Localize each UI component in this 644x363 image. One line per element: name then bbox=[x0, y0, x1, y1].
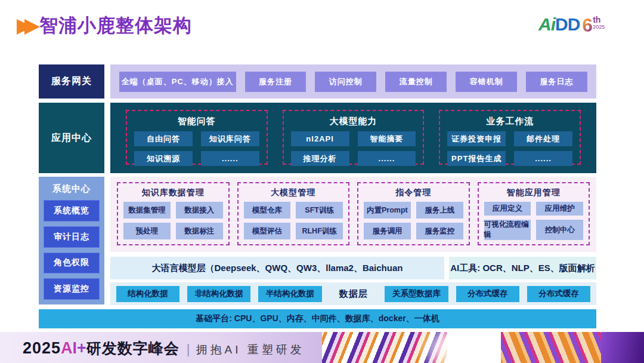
group-title: 业务工作流 bbox=[447, 116, 572, 127]
gateway-item-fault-tolerance: 容错机制 bbox=[456, 72, 517, 92]
footer-brand: AI+ bbox=[61, 339, 86, 358]
system-item: 控制中心 bbox=[536, 220, 583, 240]
base-platform-bar: 基础平台: CPU、GPU、内存、中间件、数据库、docker、一体机 bbox=[39, 309, 596, 328]
gateway-item-access-control: 访问控制 bbox=[315, 72, 376, 92]
group-title: 大模型管理 bbox=[244, 187, 343, 198]
system-item: 服务上线 bbox=[416, 202, 463, 219]
app-item: PPT报告生成 bbox=[447, 151, 506, 166]
data-item-structured: 结构化数据 bbox=[116, 286, 179, 302]
app-group-qa: 智能问答 自由问答 知识库问答 知识溯源 ...... bbox=[126, 110, 268, 165]
sidebar-item-system-overview: 系统概览 bbox=[44, 200, 100, 222]
system-center-title: 系统中心 bbox=[44, 182, 100, 195]
data-layer-row: 结构化数据 非结构化数据 半结构化数据 数据层 关系型数据库 分布式缓存 分布式… bbox=[110, 282, 596, 305]
gateway-item-flow-control: 流量控制 bbox=[385, 72, 447, 92]
system-item: RLHF训练 bbox=[296, 223, 343, 239]
app-item: 知识溯源 bbox=[134, 151, 193, 166]
system-item: 数据标注 bbox=[176, 223, 223, 239]
sidebar-item-resource-monitor: 资源监控 bbox=[44, 278, 100, 300]
artwork-purple-block bbox=[601, 332, 644, 363]
data-layer-label: 数据层 bbox=[330, 288, 377, 300]
logo-six-text: 6 bbox=[582, 14, 593, 36]
system-item: 模型仓库 bbox=[244, 202, 291, 219]
app-item: 知识库问答 bbox=[201, 131, 259, 146]
app-item: nl2API bbox=[291, 131, 349, 146]
llm-layer-bar: 大语言模型层（Deepseek、QWQ、QW3、llama2、Baichuan bbox=[110, 257, 444, 279]
gateway-item-access: 全端（桌面、PC、移动）接入 bbox=[119, 72, 236, 92]
arrow-triangle-icon bbox=[24, 19, 40, 35]
ai-tools-bar: AI工具: OCR、NLP、ES、版面解析 bbox=[449, 257, 596, 279]
footer-divider: | bbox=[187, 342, 190, 357]
gateway-row: 全端（桌面、PC、移动）接入 服务注册 访问控制 流量控制 容错机制 服务日志 bbox=[110, 64, 596, 99]
footer-event-name: 研发数字峰会 bbox=[86, 339, 179, 358]
app-item: 智能摘要 bbox=[358, 131, 416, 146]
system-item: 数据接入 bbox=[176, 202, 223, 219]
logo-dd-text: DD bbox=[555, 14, 580, 35]
app-group-llm-capability: 大模型能力 nl2API 智能摘要 推理分析 ...... bbox=[283, 110, 425, 165]
sidebar-service-gateway: 服务网关 bbox=[39, 64, 104, 99]
sidebar-app-center: 应用中心 bbox=[39, 103, 104, 173]
system-item: 应用维护 bbox=[536, 202, 583, 216]
system-item: 预处理 bbox=[123, 223, 171, 239]
footer-banner: 2025 AI+ 研发数字峰会 | 拥抱AI 重塑研发 bbox=[0, 332, 644, 363]
system-item: 服务监控 bbox=[416, 223, 463, 239]
app-item: 证券投资申报 bbox=[447, 131, 506, 146]
sidebar-system-center: 系统中心 系统概览 审计日志 角色权限 资源监控 bbox=[39, 177, 104, 304]
data-item-semistructured: 半结构化数据 bbox=[258, 286, 321, 302]
data-item-distributed-cache: 分布式缓存 bbox=[527, 286, 590, 302]
group-title: 智能应用管理 bbox=[484, 187, 584, 198]
gateway-item-register: 服务注册 bbox=[245, 72, 306, 92]
logo-th-text: th bbox=[593, 16, 605, 24]
system-item: 应用定义 bbox=[484, 202, 531, 216]
data-item-distributed-cache: 分布式缓存 bbox=[456, 286, 519, 302]
logo-year-text: 2025 bbox=[593, 24, 605, 30]
group-title: 指令管理 bbox=[364, 187, 463, 198]
app-item: 邮件处理 bbox=[514, 131, 572, 146]
app-center-row: 智能问答 自由问答 知识库问答 知识溯源 ...... 大模型能力 nl2API… bbox=[110, 103, 596, 173]
app-group-workflow: 业务工作流 证券投资申报 邮件处理 PPT报告生成 ...... bbox=[439, 110, 581, 165]
sidebar-item-audit-log: 审计日志 bbox=[44, 226, 100, 248]
group-title: 智能问答 bbox=[134, 116, 259, 127]
system-item: 服务调用 bbox=[364, 223, 411, 239]
footer-artwork bbox=[322, 332, 644, 363]
system-group-smart-app-mgmt: 智能应用管理 应用定义 应用维护 可视化流程编辑 控制中心 bbox=[478, 182, 590, 245]
system-group-model-mgmt: 大模型管理 模型仓库 SFT训练 模型评估 RLHF训练 bbox=[237, 182, 350, 245]
app-item-ellipsis: ...... bbox=[358, 151, 416, 166]
footer-slogan: 拥抱AI 重塑研发 bbox=[196, 342, 305, 358]
system-group-instruction-mgmt: 指令管理 内置Prompt 服务上线 服务调用 服务监控 bbox=[357, 182, 470, 245]
system-item: 可视化流程编辑 bbox=[484, 220, 531, 240]
logo-ai-text: Ai bbox=[538, 14, 555, 35]
footer-year: 2025 bbox=[23, 339, 61, 358]
system-item: SFT训练 bbox=[296, 202, 343, 219]
system-center-row: 知识库数据管理 数据集管理 数据接入 预处理 数据标注 大模型管理 模型仓库 S… bbox=[110, 177, 596, 252]
data-item-unstructured: 非结构化数据 bbox=[187, 286, 250, 302]
aidd-logo: Ai DD 6 th 2025 bbox=[538, 14, 605, 36]
slide: 智浦小鹿整体架构 Ai DD 6 th 2025 服务网关 应用中心 系统中心 … bbox=[0, 0, 644, 363]
system-item: 内置Prompt bbox=[364, 202, 411, 219]
app-item-ellipsis: ...... bbox=[514, 151, 572, 166]
group-title: 大模型能力 bbox=[291, 116, 416, 127]
group-title: 知识库数据管理 bbox=[123, 187, 223, 198]
data-item-relational-db: 关系型数据库 bbox=[385, 286, 448, 302]
system-group-kb-data: 知识库数据管理 数据集管理 数据接入 预处理 数据标注 bbox=[117, 182, 230, 245]
app-item-ellipsis: ...... bbox=[201, 151, 259, 166]
gateway-item-service-log: 服务日志 bbox=[526, 72, 587, 92]
app-item: 自由问答 bbox=[134, 131, 193, 146]
page-title: 智浦小鹿整体架构 bbox=[39, 13, 192, 38]
footer-text: 2025 AI+ 研发数字峰会 | 拥抱AI 重塑研发 bbox=[23, 339, 305, 358]
sidebar-item-role-permission: 角色权限 bbox=[44, 253, 100, 274]
app-item: 推理分析 bbox=[291, 151, 349, 166]
system-item: 模型评估 bbox=[244, 223, 291, 239]
system-item: 数据集管理 bbox=[123, 202, 171, 219]
